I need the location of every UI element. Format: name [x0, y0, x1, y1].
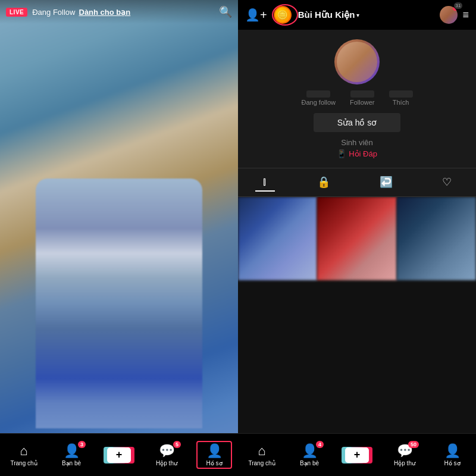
bio-text: Sinh viên	[341, 138, 372, 147]
left-nav-label-ban-be: Bạn bè	[62, 460, 81, 466]
likes-num	[389, 90, 413, 98]
heart-icon: ♡	[442, 176, 452, 188]
right-friends-icon: 👤	[302, 443, 318, 459]
repost-icon: ↩️	[380, 176, 393, 188]
right-top-right: 31 ≡	[440, 6, 469, 24]
add-user-icon[interactable]: 👤+	[245, 8, 267, 22]
home-icon: ⌂	[20, 443, 27, 459]
following-num	[306, 90, 330, 98]
coin-badge-wrapper[interactable]: 🪙	[272, 4, 298, 26]
following-label: Đang follow	[301, 99, 335, 106]
left-nav-trang-chu[interactable]: ⌂ Trang chủ	[6, 443, 42, 466]
profile-avatar-inner	[337, 42, 377, 82]
right-nav-label-ban-be: Bạn bè	[300, 460, 319, 466]
right-panel: 👤+ 🪙 Bùi Hữu Kiện ▾ 31 ≡ Đan	[238, 0, 476, 476]
left-panel: LIVE Đang Follow Dành cho bạn 🔍 ⌂ Trang …	[0, 0, 238, 476]
avatar-wrapper[interactable]: 31	[440, 6, 458, 24]
left-nav-hop-thu[interactable]: 💬 5 Hộp thư	[149, 443, 184, 466]
tab-lock[interactable]: 🔒	[310, 173, 337, 192]
right-nav-plus[interactable]: +	[339, 447, 375, 464]
right-nav-label-ho-so: Hồ sơ	[444, 460, 461, 466]
profile-stats: Đang follow Follower Thích	[301, 90, 412, 106]
right-ban-be-badge: 4	[316, 441, 324, 448]
plus-inner-left: +	[107, 447, 131, 463]
hop-thu-badge-left: 5	[173, 441, 181, 448]
left-nav-ban-be[interactable]: 👤 3 Bạn bè	[54, 443, 89, 466]
search-icon[interactable]: 🔍	[219, 5, 232, 18]
hamburger-icon[interactable]: ≡	[462, 9, 469, 21]
stat-followers: Follower	[350, 90, 375, 106]
hoi-dap-icon: 📱	[337, 149, 346, 158]
right-top-bar: 👤+ 🪙 Bùi Hữu Kiện ▾ 31 ≡	[238, 0, 476, 30]
right-nav-label-trang-chu: Trang chủ	[248, 460, 275, 466]
right-profile-icon: 👤	[444, 443, 461, 459]
video-thumb-2[interactable]	[317, 197, 396, 280]
tab-repost[interactable]: ↩️	[372, 173, 400, 192]
live-badge: LIVE	[6, 8, 27, 17]
video-thumb-1[interactable]	[238, 197, 317, 280]
followers-num	[350, 90, 374, 98]
right-hop-thu-badge: 50	[408, 441, 419, 448]
ban-be-badge-left: 3	[78, 441, 86, 448]
left-nav-label-ho-so: Hồ sơ	[206, 460, 223, 466]
right-nav-hop-thu[interactable]: 💬 50 Hộp thư	[387, 443, 422, 466]
video-thumb-3[interactable]	[397, 197, 476, 280]
hoi-dap-link[interactable]: 📱 Hỏi Đáp	[337, 149, 377, 158]
profile-avatar	[334, 39, 380, 84]
inbox-icon-left: 💬	[159, 443, 175, 459]
follow-text[interactable]: Đang Follow	[32, 8, 75, 17]
left-nav-label-hop-thu: Hộp thư	[156, 460, 177, 466]
profile-icon-left: 👤	[206, 443, 223, 459]
right-bottom-nav: ⌂ Trang chủ 👤 4 Bạn bè + 💬 50 Hộp thư 👤 …	[238, 433, 476, 476]
tab-liked[interactable]: ♡	[435, 173, 459, 192]
left-nav-plus[interactable]: +	[101, 447, 137, 464]
plus-inner-right: +	[345, 447, 369, 463]
right-nav-ho-so[interactable]: 👤 Hồ sơ	[434, 443, 470, 466]
top-avatar	[440, 6, 458, 24]
plus-button-left[interactable]: +	[106, 447, 132, 464]
left-nav-ho-so[interactable]: 👤 Hồ sơ	[196, 441, 232, 469]
likes-label: Thích	[393, 99, 409, 106]
edit-profile-button[interactable]: Sửa hồ sơ	[314, 113, 401, 132]
left-nav-label-trang-chu: Trang chủ	[10, 460, 37, 466]
avatar-num-badge: 31	[454, 2, 463, 9]
stat-likes: Thích	[389, 90, 413, 106]
stat-following: Đang follow	[301, 90, 335, 106]
plus-button-right[interactable]: +	[344, 447, 370, 464]
coin-icon: 🪙	[274, 6, 292, 24]
profile-tabs: ⫿ 🔒 ↩️ ♡	[238, 168, 476, 197]
profile-section: Đang follow Follower Thích Sửa hồ sơ Sin…	[238, 30, 476, 168]
lock-icon: 🔒	[317, 176, 330, 188]
friends-icon: 👤	[64, 443, 80, 459]
left-bottom-nav: ⌂ Trang chủ 👤 3 Bạn bè + 💬 5 Hộp thư 👤 H…	[0, 433, 238, 476]
left-top-bar: LIVE Đang Follow Dành cho bạn 🔍	[0, 0, 238, 24]
tab-videos[interactable]: ⫿	[255, 173, 275, 192]
followers-label: Follower	[350, 99, 375, 106]
chevron-down-icon: ▾	[356, 12, 359, 18]
username-area[interactable]: Bùi Hữu Kiện ▾	[298, 10, 440, 20]
right-nav-ban-be[interactable]: 👤 4 Bạn bè	[292, 443, 327, 466]
hoi-dap-text: Hỏi Đáp	[349, 149, 377, 158]
person-silhouette	[36, 178, 202, 428]
right-nav-label-hop-thu: Hộp thư	[394, 460, 415, 466]
username-text: Bùi Hữu Kiện	[298, 10, 355, 20]
danh-cho-ban-tab[interactable]: Dành cho bạn	[79, 8, 131, 17]
videos-tab-icon: ⫿	[262, 176, 268, 187]
video-grid	[238, 197, 476, 433]
right-home-icon: ⌂	[258, 443, 265, 459]
right-nav-trang-chu[interactable]: ⌂ Trang chủ	[244, 443, 280, 466]
